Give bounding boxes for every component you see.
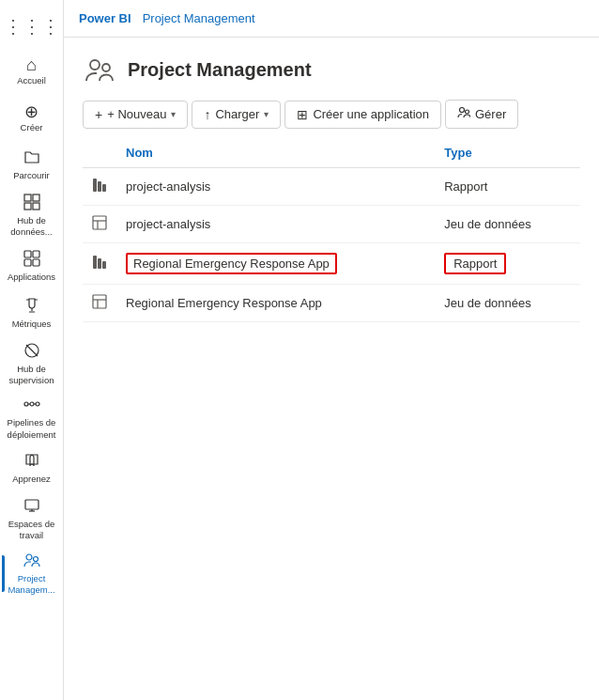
sidebar-label-metriques: Métriques [12, 319, 52, 330]
svg-rect-25 [98, 181, 101, 192]
app-create-icon: ⊞ [297, 107, 308, 122]
svg-point-12 [36, 402, 39, 406]
svg-rect-15 [25, 500, 38, 509]
sidebar-item-hub-donnees[interactable]: Hub de données... [2, 190, 62, 242]
sidebar-item-creer[interactable]: ⊕ Créer [2, 96, 62, 141]
sidebar-item-project[interactable]: Project Managem... [2, 548, 62, 600]
svg-rect-27 [93, 216, 106, 229]
svg-point-19 [33, 556, 38, 561]
svg-point-18 [26, 554, 32, 560]
col-name-header[interactable]: Nom [116, 138, 425, 168]
row-name-cell: Regional Emergency Response App [116, 285, 425, 322]
svg-rect-30 [93, 256, 97, 269]
table-row[interactable]: project-analysis Jeu de données [83, 206, 580, 243]
sidebar-label-applications: Applications [8, 272, 55, 283]
people-manage-icon [457, 106, 470, 122]
creer-label: Créer une application [313, 107, 429, 121]
sidebar-item-accueil[interactable]: ⌂ Accueil [2, 49, 62, 94]
sidebar-item-espaces[interactable]: Espaces de travail [2, 493, 62, 546]
svg-rect-32 [102, 261, 106, 269]
sidebar-label-creer: Créer [21, 122, 43, 133]
svg-point-22 [459, 108, 464, 113]
items-table: Nom Type project-analysis Rapport [83, 138, 580, 322]
svg-point-10 [24, 402, 28, 406]
sidebar-item-metriques[interactable]: Métriques [2, 291, 62, 336]
sidebar-label-accueil: Accueil [17, 75, 46, 86]
creer-application-button[interactable]: ⊞ Créer une application [284, 101, 441, 129]
workspace-icon [83, 53, 116, 86]
sidebar-item-pipelines[interactable]: Pipelines de déploiement [2, 392, 62, 444]
table-row[interactable]: project-analysis Rapport [83, 168, 580, 206]
row-type-cell: Jeu de données [425, 285, 580, 322]
sidebar-label-apprenez: Apprenez [12, 474, 51, 485]
row-icon-cell [83, 243, 116, 285]
apps-grid-icon[interactable]: ⋮⋮⋮ [0, 8, 68, 45]
charger-label: Charger [215, 107, 259, 121]
svg-line-9 [26, 345, 38, 356]
people-icon [23, 552, 40, 571]
toolbar: + + Nouveau ▾ ↑ Charger ▾ ⊞ Créer une ap… [64, 94, 599, 138]
col-icon-header [83, 138, 116, 168]
svg-rect-24 [93, 179, 97, 192]
charger-button[interactable]: ↑ Charger ▾ [192, 101, 281, 129]
sidebar-label-espaces: Espaces de travail [8, 519, 55, 542]
sidebar: ⋮⋮⋮ ⌂ Accueil ⊕ Créer Parcourir Hub de d… [0, 0, 64, 700]
sidebar-label-pipelines: Pipelines de déploiement [8, 417, 56, 441]
home-icon: ⌂ [26, 56, 37, 73]
main-content: Power BI Project Management Project Mana… [64, 0, 599, 700]
row-name-cell: project-analysis [116, 206, 425, 243]
topbar-workspace-label[interactable]: Project Management [143, 11, 255, 25]
svg-rect-6 [24, 259, 31, 266]
plus-circle-icon: ⊕ [24, 103, 38, 120]
pipeline-icon [23, 396, 40, 415]
plus-icon: + [95, 107, 102, 122]
nouveau-label: + Nouveau [107, 107, 166, 121]
sidebar-label-hub-donnees: Hub de données... [10, 215, 52, 239]
row-icon-cell [83, 168, 116, 206]
nouveau-button[interactable]: + + Nouveau ▾ [83, 101, 188, 129]
row-name-cell-highlighted: Regional Emergency Response App [116, 243, 425, 285]
sidebar-item-parcourir[interactable]: Parcourir [2, 143, 62, 188]
sidebar-label-supervision: Hub de supervision [8, 364, 54, 387]
sidebar-label-project: Project Managem... [8, 573, 54, 597]
svg-rect-4 [24, 251, 31, 257]
col-type-header[interactable]: Type [425, 138, 580, 168]
svg-rect-1 [33, 194, 39, 201]
table-row[interactable]: Regional Emergency Response App Rapport [83, 243, 580, 285]
row-type-cell: Jeu de données [425, 206, 580, 243]
svg-rect-26 [102, 184, 106, 192]
charger-chevron-icon: ▾ [264, 109, 269, 119]
svg-point-23 [465, 110, 468, 114]
svg-rect-7 [33, 259, 39, 266]
svg-rect-0 [24, 194, 31, 201]
svg-rect-2 [24, 203, 31, 210]
monitor-slash-icon [23, 342, 40, 362]
upload-icon: ↑ [204, 107, 210, 122]
gerer-button[interactable]: Gérer [445, 100, 518, 129]
table-row[interactable]: Regional Emergency Response App Jeu de d… [83, 285, 580, 322]
book-icon [23, 452, 40, 472]
row-icon-cell [83, 206, 116, 243]
row-type-cell: Rapport [425, 168, 580, 206]
page-header: Project Management [64, 38, 599, 94]
sidebar-item-supervision[interactable]: Hub de supervision [2, 338, 62, 391]
highlighted-type-text: Rapport [444, 253, 506, 274]
highlighted-name-text: Regional Emergency Response App [126, 253, 337, 274]
svg-point-20 [90, 60, 100, 70]
sidebar-item-applications[interactable]: Applications [2, 244, 62, 289]
folder-icon [23, 148, 40, 168]
workspaces-icon [23, 497, 40, 517]
svg-point-11 [30, 402, 34, 406]
database-icon [23, 194, 40, 213]
chevron-down-icon: ▾ [171, 109, 176, 119]
row-type-cell-highlighted: Rapport [425, 243, 580, 285]
svg-rect-31 [98, 258, 101, 269]
sidebar-item-apprenez[interactable]: Apprenez [2, 446, 62, 491]
gerer-label: Gérer [475, 107, 506, 121]
topbar-powerbi-label: Power BI [79, 11, 131, 25]
svg-rect-3 [33, 203, 39, 210]
trophy-icon [23, 297, 40, 317]
table-area: Nom Type project-analysis Rapport [64, 138, 599, 700]
topbar: Power BI Project Management [64, 0, 599, 38]
page-title: Project Management [128, 59, 312, 81]
